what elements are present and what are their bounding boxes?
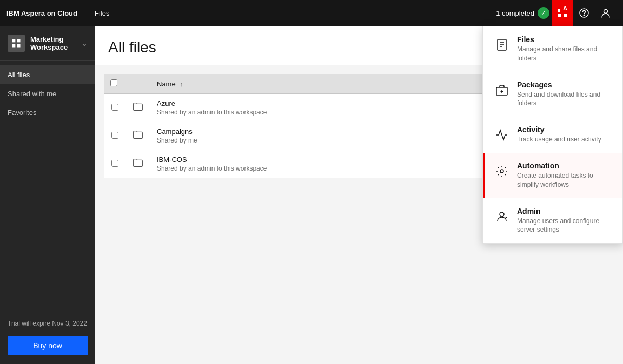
app-switcher-dropdown: Files Manage and share files and folders…	[482, 26, 623, 244]
workspace-selector[interactable]: Marketing Workspace ⌄	[0, 26, 95, 61]
workspace-name: Marketing Workspace	[30, 35, 81, 51]
file-name: Azure	[157, 99, 521, 107]
row-checkbox-cell[interactable]	[104, 150, 125, 178]
user-menu-button[interactable]	[595, 0, 617, 26]
row-checkbox[interactable]	[111, 104, 118, 111]
sidebar-item-favorites[interactable]: Favorites	[0, 103, 95, 122]
svg-point-19	[500, 212, 504, 217]
brand-label: IBM Aspera on Cloud	[6, 9, 77, 17]
workspace-icon	[8, 35, 25, 52]
svg-point-18	[500, 170, 503, 173]
user-icon	[601, 8, 611, 18]
dropdown-item-activity[interactable]: Activity Track usage and user activity	[483, 117, 622, 153]
topbar: IBM Aspera on Cloud Files 1 completed ✓ …	[0, 0, 623, 26]
file-meta: Shared by me	[157, 137, 521, 144]
folder-icon	[132, 132, 144, 143]
red-a-badge: A	[560, 3, 570, 13]
file-name: IBM-COS	[157, 156, 521, 164]
completed-badge: ✓	[538, 7, 549, 19]
packages-icon	[493, 82, 511, 99]
svg-point-5	[584, 15, 585, 16]
svg-rect-3	[564, 14, 567, 17]
row-name-cell: Azure Shared by an admin to this workspa…	[150, 94, 528, 122]
row-icon-cell	[125, 122, 150, 150]
main-layout: Marketing Workspace ⌄ All files Shared w…	[0, 26, 623, 364]
admin-title: Admin	[517, 207, 614, 215]
folder-icon	[132, 160, 144, 171]
dropdown-item-admin[interactable]: Admin Manage users and configure server …	[483, 198, 622, 244]
dropdown-item-files[interactable]: Files Manage and share files and folders	[483, 26, 622, 72]
col-icon-header	[125, 74, 150, 94]
help-icon	[579, 8, 589, 18]
svg-rect-7	[12, 39, 16, 43]
files-icon	[493, 36, 511, 53]
sidebar: Marketing Workspace ⌄ All files Shared w…	[0, 26, 95, 364]
buy-now-button[interactable]: Buy now	[8, 336, 88, 355]
file-name: Campaigns	[157, 127, 521, 136]
dropdown-item-packages[interactable]: Packages Send and download files and fol…	[483, 72, 622, 117]
svg-rect-11	[498, 39, 506, 50]
row-checkbox[interactable]	[111, 132, 118, 139]
files-nav-label[interactable]: Files	[90, 9, 114, 17]
row-name-cell: IBM-COS Shared by an admin to this works…	[150, 150, 528, 178]
activity-title: Activity	[517, 125, 601, 134]
file-meta: Shared by an admin to this workspace	[157, 109, 521, 116]
select-all-checkbox[interactable]	[110, 79, 117, 86]
row-name-cell: Campaigns Shared by me	[150, 122, 528, 150]
help-button[interactable]	[573, 0, 595, 26]
select-all-checkbox-header[interactable]	[104, 74, 125, 94]
files-title: Files	[517, 35, 614, 44]
packages-desc: Send and download files and folders	[517, 90, 614, 109]
files-desc: Manage and share files and folders	[517, 45, 614, 63]
admin-desc: Manage users and configure server settin…	[517, 217, 614, 235]
row-checkbox-cell[interactable]	[104, 122, 125, 150]
svg-rect-9	[12, 44, 16, 48]
completed-indicator: 1 completed ✓	[496, 7, 549, 19]
trial-text: Trial will expire Nov 3, 2022	[0, 313, 95, 334]
activity-icon	[493, 126, 511, 144]
dropdown-item-automation[interactable]: Automation Create automated tasks to sim…	[483, 153, 622, 198]
row-checkbox-cell[interactable]	[104, 94, 125, 122]
sidebar-nav: All files Shared with me Favorites	[0, 61, 95, 313]
sidebar-item-all-files[interactable]: All files	[0, 65, 95, 84]
sidebar-item-shared-with-me[interactable]: Shared with me	[0, 84, 95, 103]
row-icon-cell	[125, 150, 150, 178]
automation-title: Automation	[517, 161, 614, 170]
automation-icon	[493, 163, 511, 180]
svg-rect-10	[17, 44, 21, 48]
row-checkbox[interactable]	[111, 160, 118, 167]
app-switcher-button[interactable]: A	[552, 0, 573, 26]
row-icon-cell	[125, 94, 150, 122]
svg-rect-8	[17, 39, 21, 43]
svg-rect-2	[558, 14, 561, 17]
col-name-header[interactable]: Name ↑	[150, 74, 528, 94]
file-meta: Shared by an admin to this workspace	[157, 165, 521, 172]
sort-icon: ↑	[180, 81, 183, 87]
activity-desc: Track usage and user activity	[517, 135, 601, 144]
packages-title: Packages	[517, 80, 614, 89]
svg-point-6	[604, 10, 608, 14]
workspace-chevron-icon: ⌄	[81, 39, 88, 48]
folder-icon	[132, 104, 144, 114]
admin-icon	[493, 208, 511, 225]
automation-desc: Create automated tasks to simplify workf…	[517, 171, 614, 190]
